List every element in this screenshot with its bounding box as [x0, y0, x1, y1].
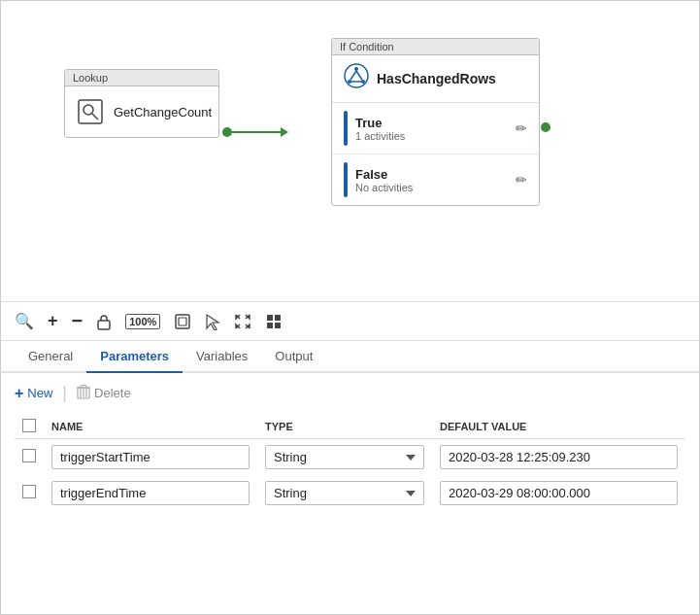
row-name-input-1[interactable]: [51, 481, 250, 505]
arrow-head: [281, 127, 288, 137]
table-row: StringIntBoolFloatArrayObject: [15, 439, 685, 476]
row-default-input-1[interactable]: [440, 481, 678, 505]
row-checkbox-1[interactable]: [22, 485, 36, 498]
tab-general[interactable]: General: [15, 341, 86, 373]
row-checkbox-0[interactable]: [22, 449, 36, 462]
row-default-input-0[interactable]: [440, 445, 678, 469]
tabs-bar: General Parameters Variables Output: [1, 341, 699, 373]
svg-point-4: [354, 67, 358, 71]
branch-false[interactable]: False No activities ✏: [332, 154, 539, 205]
actions-separator: |: [62, 383, 67, 403]
zoom-out-icon[interactable]: −: [72, 310, 83, 332]
parameters-panel: + New | Delete: [1, 373, 699, 521]
arrow-line: [232, 131, 281, 133]
zoom-100-icon[interactable]: 100%: [125, 314, 160, 329]
col-header-type: TYPE: [257, 415, 432, 439]
svg-rect-21: [275, 323, 281, 328]
ifcondition-icon: [344, 63, 369, 94]
header-checkbox[interactable]: [22, 419, 36, 432]
plus-icon: +: [15, 385, 23, 402]
branch-false-sub: No activities: [355, 182, 508, 193]
col-header-name: NAME: [44, 415, 257, 439]
lookup-node-title: GetChangeCount: [114, 105, 212, 120]
expand-arrows-icon[interactable]: [234, 313, 251, 330]
new-button[interactable]: + New: [15, 385, 52, 402]
svg-line-7: [350, 71, 356, 80]
svg-rect-19: [275, 315, 281, 321]
branch-true-bar: [344, 111, 348, 146]
table-row: StringIntBoolFloatArrayObject: [15, 475, 685, 511]
col-header-default: DEFAULT VALUE: [432, 415, 685, 439]
branch-false-label: False: [355, 167, 508, 182]
new-button-label: New: [27, 386, 52, 400]
lookup-icon: [77, 96, 104, 127]
lock-icon[interactable]: [96, 313, 112, 330]
svg-point-1: [83, 105, 93, 115]
branch-true[interactable]: True 1 activities ✏: [332, 103, 539, 154]
row-type-select-1[interactable]: StringIntBoolFloatArrayObject: [265, 481, 424, 505]
params-actions: + New | Delete: [15, 383, 685, 403]
svg-rect-20: [267, 323, 273, 328]
ifcondition-node-header: If Condition: [332, 39, 539, 55]
tab-parameters[interactable]: Parameters: [86, 341, 183, 373]
delete-button[interactable]: Delete: [77, 384, 131, 402]
branch-false-edit-icon[interactable]: ✏: [516, 172, 527, 188]
svg-line-2: [92, 114, 98, 120]
ifcondition-node-title: HasChangedRows: [377, 71, 496, 86]
col-header-check: [15, 415, 44, 439]
trash-icon: [77, 384, 90, 402]
ifcondition-node[interactable]: If Condition HasChangedRows True 1: [331, 38, 540, 206]
cursor-icon[interactable]: [205, 313, 220, 330]
delete-button-label: Delete: [94, 386, 131, 400]
branch-true-edit-icon[interactable]: ✏: [516, 120, 527, 136]
lookup-node-header: Lookup: [65, 70, 218, 86]
branch-true-text: True 1 activities: [355, 116, 508, 142]
params-table: NAME TYPE DEFAULT VALUE StringIntBoolFlo…: [15, 415, 685, 511]
branch-false-bar: [344, 162, 348, 197]
tab-variables[interactable]: Variables: [183, 341, 261, 373]
svg-marker-13: [207, 315, 218, 330]
tab-output[interactable]: Output: [261, 341, 326, 373]
fit-screen-icon[interactable]: [174, 313, 191, 330]
svg-rect-11: [176, 315, 189, 328]
grid-view-icon[interactable]: [265, 313, 283, 330]
svg-rect-18: [267, 315, 273, 321]
svg-rect-12: [179, 318, 186, 325]
lookup-node[interactable]: Lookup GetChangeCount: [64, 69, 219, 138]
toolbar: 🔍 + − 100%: [1, 302, 699, 341]
arrow-right-dot: [541, 122, 550, 132]
branch-true-label: True: [355, 116, 508, 130]
arrow-connector: [222, 127, 288, 137]
canvas: Lookup GetChangeCount If Condition: [1, 1, 699, 302]
branch-true-sub: 1 activities: [355, 130, 508, 142]
row-name-input-0[interactable]: [51, 445, 250, 469]
svg-rect-0: [79, 100, 102, 123]
zoom-in-icon[interactable]: +: [48, 311, 58, 331]
row-type-select-0[interactable]: StringIntBoolFloatArrayObject: [265, 445, 424, 469]
arrow-left-dot: [222, 127, 232, 137]
branch-false-text: False No activities: [355, 167, 508, 193]
svg-rect-10: [98, 321, 110, 329]
search-icon[interactable]: 🔍: [15, 312, 34, 330]
svg-line-8: [356, 71, 362, 80]
